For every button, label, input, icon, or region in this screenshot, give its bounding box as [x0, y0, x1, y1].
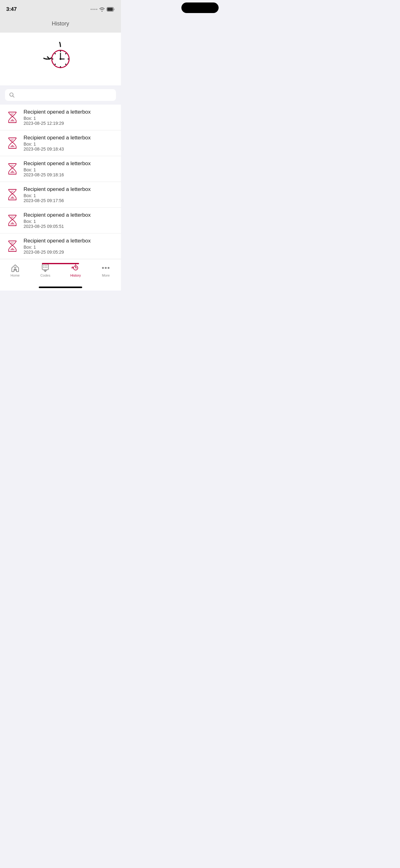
- item-box: Box: 1: [24, 219, 115, 224]
- hourglass-icon: [6, 137, 19, 149]
- tab-history-icon: [71, 264, 80, 272]
- home-icon: [11, 264, 20, 272]
- svg-point-43: [102, 267, 104, 269]
- hourglass-icon: [6, 240, 19, 252]
- item-content: Recipient opened a letterbox Box: 1 2023…: [24, 186, 115, 203]
- item-content: Recipient opened a letterbox Box: 1 2023…: [24, 160, 115, 177]
- tab-bar: Home Codes: [0, 259, 121, 285]
- item-title: Recipient opened a letterbox: [24, 238, 115, 244]
- svg-point-34: [45, 266, 46, 266]
- svg-point-38: [46, 267, 47, 268]
- item-title: Recipient opened a letterbox: [24, 135, 115, 141]
- status-icons: [91, 7, 115, 11]
- svg-rect-31: [15, 267, 16, 268]
- svg-point-37: [45, 267, 46, 268]
- svg-point-9: [55, 64, 56, 65]
- status-bar: 3:47: [0, 0, 121, 17]
- svg-point-45: [108, 267, 109, 269]
- svg-point-5: [52, 58, 53, 60]
- hourglass-icon: [6, 188, 19, 201]
- bottom-home-bar: [0, 285, 121, 290]
- svg-point-7: [55, 53, 56, 54]
- tab-more-label: More: [102, 274, 110, 277]
- home-indicator: [39, 286, 82, 288]
- svg-point-42: [75, 268, 76, 268]
- tab-home[interactable]: Home: [3, 262, 28, 279]
- search-icon: [9, 92, 14, 98]
- item-box: Box: 1: [24, 142, 115, 147]
- history-item[interactable]: Recipient opened a letterbox Box: 1 2023…: [0, 208, 121, 234]
- hourglass-icon: [6, 111, 19, 124]
- header: History: [0, 17, 121, 33]
- svg-point-44: [105, 267, 107, 269]
- tab-history[interactable]: History: [63, 262, 88, 279]
- history-item[interactable]: Recipient opened a letterbox Box: 1 2023…: [0, 130, 121, 156]
- history-item[interactable]: Recipient opened a letterbox Box: 1 2023…: [0, 104, 121, 130]
- item-box: Box: 1: [24, 116, 115, 121]
- svg-point-13: [60, 58, 61, 60]
- search-input[interactable]: [18, 92, 112, 98]
- item-date: 2023-08-25 09:17:56: [24, 198, 115, 203]
- search-section: [0, 85, 121, 104]
- svg-line-15: [13, 96, 14, 97]
- hourglass-icon: [6, 163, 19, 175]
- svg-point-10: [65, 64, 66, 65]
- tab-home-label: Home: [10, 274, 20, 277]
- history-item[interactable]: Recipient opened a letterbox Box: 1 2023…: [0, 182, 121, 208]
- item-title: Recipient opened a letterbox: [24, 186, 115, 192]
- item-content: Recipient opened a letterbox Box: 1 2023…: [24, 135, 115, 152]
- svg-point-35: [46, 266, 47, 266]
- history-clock-icon: [43, 42, 77, 76]
- history-list: Recipient opened a letterbox Box: 1 2023…: [0, 104, 121, 259]
- svg-point-33: [43, 266, 44, 266]
- wifi-icon: [99, 7, 105, 11]
- item-title: Recipient opened a letterbox: [24, 212, 115, 218]
- item-date: 2023-08-25 09:18:16: [24, 172, 115, 177]
- tab-codes-label: Codes: [40, 274, 50, 277]
- item-content: Recipient opened a letterbox Box: 1 2023…: [24, 212, 115, 229]
- history-item[interactable]: Recipient opened a letterbox Box: 1 2023…: [0, 156, 121, 182]
- more-icon: [101, 264, 110, 272]
- tab-codes[interactable]: Codes: [33, 262, 58, 279]
- item-date: 2023-08-25 12:19:29: [24, 121, 115, 126]
- battery-icon: [107, 7, 115, 11]
- svg-point-6: [68, 58, 69, 60]
- item-date: 2023-08-25 09:05:51: [24, 224, 115, 229]
- status-time: 3:47: [6, 6, 17, 12]
- item-content: Recipient opened a letterbox Box: 1 2023…: [24, 109, 115, 126]
- codes-icon: [41, 264, 49, 272]
- item-box: Box: 1: [24, 245, 115, 250]
- history-icon-section: [0, 33, 121, 85]
- history-item[interactable]: Recipient opened a letterbox Box: 1 2023…: [0, 234, 121, 259]
- item-date: 2023-08-25 09:18:43: [24, 147, 115, 152]
- page-title: History: [52, 21, 69, 27]
- item-content: Recipient opened a letterbox Box: 1 2023…: [24, 238, 115, 254]
- svg-point-36: [43, 267, 44, 268]
- item-date: 2023-08-25 09:05:29: [24, 250, 115, 254]
- svg-point-3: [60, 51, 61, 52]
- hourglass-icon: [6, 214, 19, 227]
- item-title: Recipient opened a letterbox: [24, 160, 115, 167]
- item-box: Box: 1: [24, 167, 115, 172]
- svg-point-8: [65, 53, 66, 54]
- signal-icon: [91, 9, 97, 10]
- search-bar-container: [5, 89, 116, 101]
- item-box: Box: 1: [24, 193, 115, 198]
- tab-more[interactable]: More: [93, 262, 118, 279]
- svg-point-4: [60, 66, 61, 67]
- tab-history-label: History: [70, 274, 81, 277]
- item-title: Recipient opened a letterbox: [24, 109, 115, 115]
- svg-rect-1: [107, 8, 113, 11]
